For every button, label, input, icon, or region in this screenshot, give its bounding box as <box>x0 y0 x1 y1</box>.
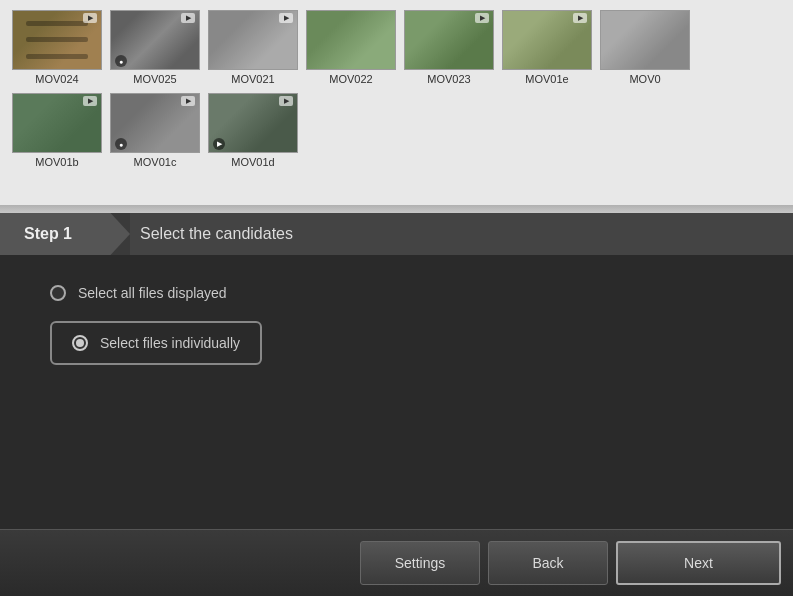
video-icon: ▶ <box>279 13 293 23</box>
file-item-mov01d[interactable]: ▶ ▶ MOV01d <box>208 93 298 168</box>
file-item-mov024[interactable]: ▶ MOV024 <box>12 10 102 85</box>
thumbnail-mov022 <box>306 10 396 70</box>
thumbnail-mov023: ▶ <box>404 10 494 70</box>
file-label: MOV01c <box>134 156 177 168</box>
option-all-files[interactable]: Select all files displayed <box>50 285 743 301</box>
file-item-mov021[interactable]: ▶ MOV021 <box>208 10 298 85</box>
video-icon: ▶ <box>181 13 195 23</box>
thumbnail-mov01d: ▶ ▶ <box>208 93 298 153</box>
video-icon: ▶ <box>279 96 293 106</box>
file-label: MOV023 <box>427 73 470 85</box>
thumbnail-mov01b: ▶ <box>12 93 102 153</box>
video-icon: ▶ <box>475 13 489 23</box>
file-label: MOV021 <box>231 73 274 85</box>
file-label: MOV01e <box>525 73 568 85</box>
bottom-bar: Settings Back Next <box>0 529 793 596</box>
radio-individually[interactable] <box>72 335 88 351</box>
step-number: Step 1 <box>0 213 130 255</box>
video-icon: ▶ <box>83 96 97 106</box>
file-label: MOV024 <box>35 73 78 85</box>
radio-all-files[interactable] <box>50 285 66 301</box>
play-icon: ● <box>115 138 127 150</box>
next-button[interactable]: Next <box>616 541 781 585</box>
step-panel: Step 1 Select the candidates Select all … <box>0 213 793 596</box>
option-individually-box[interactable]: Select files individually <box>50 321 262 365</box>
thumbnail-mov025: ▶ ● <box>110 10 200 70</box>
option-all-files-label: Select all files displayed <box>78 285 227 301</box>
back-button[interactable]: Back <box>488 541 608 585</box>
file-label: MOV025 <box>133 73 176 85</box>
file-item-mov01x[interactable]: MOV0 <box>600 10 690 85</box>
video-icon: ▶ <box>573 13 587 23</box>
step-title: Select the candidates <box>130 213 793 255</box>
settings-button[interactable]: Settings <box>360 541 480 585</box>
thumbnail-mov01x <box>600 10 690 70</box>
thumbnail-mov01e: ▶ <box>502 10 592 70</box>
file-label: MOV01d <box>231 156 274 168</box>
step-header: Step 1 Select the candidates <box>0 213 793 255</box>
radio-dot <box>76 339 84 347</box>
play-icon: ▶ <box>213 138 225 150</box>
file-browser: ▶ MOV024 ▶ ● MOV025 ▶ MOV021 MOV022 ▶ MO… <box>0 0 793 205</box>
thumbnail-mov01c: ▶ ● <box>110 93 200 153</box>
file-label: MOV0 <box>629 73 660 85</box>
video-icon: ▶ <box>83 13 97 23</box>
file-item-mov01b[interactable]: ▶ MOV01b <box>12 93 102 168</box>
thumbnail-mov024: ▶ <box>12 10 102 70</box>
divider <box>0 205 793 213</box>
file-item-mov023[interactable]: ▶ MOV023 <box>404 10 494 85</box>
video-icon: ▶ <box>181 96 195 106</box>
option-individually[interactable]: Select files individually <box>72 335 240 351</box>
options-area: Select all files displayed Select files … <box>0 255 793 415</box>
file-item-mov025[interactable]: ▶ ● MOV025 <box>110 10 200 85</box>
file-label: MOV022 <box>329 73 372 85</box>
option-individually-label: Select files individually <box>100 335 240 351</box>
thumbnail-mov021: ▶ <box>208 10 298 70</box>
file-item-mov01c[interactable]: ▶ ● MOV01c <box>110 93 200 168</box>
play-icon: ● <box>115 55 127 67</box>
file-item-mov022[interactable]: MOV022 <box>306 10 396 85</box>
file-label: MOV01b <box>35 156 78 168</box>
file-item-mov01e[interactable]: ▶ MOV01e <box>502 10 592 85</box>
